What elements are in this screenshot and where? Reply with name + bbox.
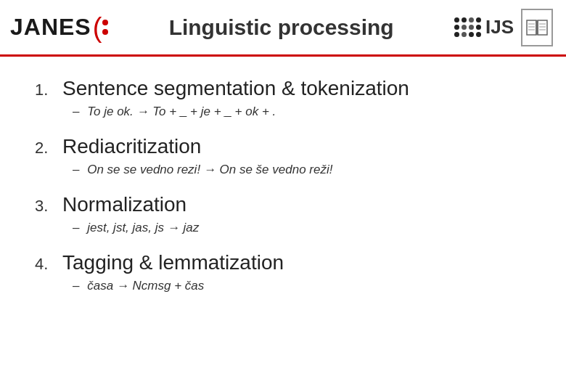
list-sub-text-3: jest, jst, jas, js → jaz (87, 221, 199, 234)
ijs-dot (454, 25, 459, 30)
list-heading-1: 1. Sentence segmentation & tokenization (35, 77, 537, 100)
list-title-2: Rediacritization (62, 135, 201, 158)
ijs-dot (476, 17, 481, 23)
ff-logo-inner (525, 17, 549, 38)
main-content: 1. Sentence segmentation & tokenization … (0, 57, 566, 324)
svg-rect-1 (538, 20, 547, 35)
janes-logo: JANES ( (10, 14, 108, 41)
ijs-dot (469, 32, 474, 37)
dash-icon-1: – (73, 105, 79, 118)
ff-logo (521, 9, 553, 46)
list-item-4: 4. Tagging & lemmatization – časa → Ncms… (35, 251, 537, 293)
dash-icon-4: – (73, 279, 79, 293)
list-item-1: 1. Sentence segmentation & tokenization … (35, 77, 537, 119)
header: JANES ( Linguistic processing (0, 0, 566, 57)
list-item-2: 2. Rediacritization – On se se vedno rez… (35, 135, 537, 177)
header-left: JANES ( (10, 14, 108, 41)
book-icon (525, 17, 549, 38)
janes-dot-1 (102, 20, 108, 25)
ijs-dot (454, 17, 459, 23)
dash-icon-2: – (73, 163, 79, 176)
list-heading-3: 3. Normalization (35, 193, 537, 216)
page-title: Linguistic processing (108, 15, 454, 40)
ijs-dot (462, 32, 467, 37)
header-right: IJS (454, 9, 553, 46)
ijs-dot (454, 32, 459, 37)
janes-dots (102, 20, 108, 35)
dash-icon-3: – (73, 221, 79, 234)
ijs-dot (476, 32, 481, 37)
list-item-3: 3. Normalization – jest, jst, jas, js → … (35, 193, 537, 235)
list-number-2: 2. (35, 139, 55, 158)
ijs-dots-grid (454, 17, 481, 37)
list-title-1: Sentence segmentation & tokenization (62, 77, 409, 100)
list-sub-2: – On se se vedno rezi! → On se še vedno … (73, 163, 537, 177)
list-sub-text-2: On se se vedno rezi! → On se še vedno re… (87, 163, 332, 176)
list-heading-4: 4. Tagging & lemmatization (35, 251, 537, 274)
ijs-dot (476, 25, 481, 30)
ijs-dot (462, 25, 467, 30)
list-title-4: Tagging & lemmatization (62, 251, 284, 274)
list-number-4: 4. (35, 255, 55, 274)
list-sub-1: – To je ok. → To + _ + je + _ + ok + . (73, 105, 537, 119)
list-number-3: 3. (35, 197, 55, 216)
ijs-dot (462, 17, 467, 23)
ijs-wordmark: IJS (485, 16, 514, 38)
svg-rect-0 (527, 20, 536, 35)
list-title-3: Normalization (62, 193, 186, 216)
list-sub-text-4: časa → Ncmsg + čas (87, 279, 204, 293)
list-sub-4: – časa → Ncmsg + čas (73, 279, 537, 293)
janes-bracket: ( (93, 14, 102, 41)
janes-dot-2 (102, 29, 108, 35)
list-heading-2: 2. Rediacritization (35, 135, 537, 158)
janes-wordmark: JANES (10, 14, 91, 41)
list-number-1: 1. (35, 81, 55, 99)
list-sub-text-1: To je ok. → To + _ + je + _ + ok + . (87, 105, 276, 118)
ijs-dot (469, 17, 474, 23)
ijs-dot (469, 25, 474, 30)
ijs-logo: IJS (454, 16, 514, 38)
list-sub-3: – jest, jst, jas, js → jaz (73, 221, 537, 235)
